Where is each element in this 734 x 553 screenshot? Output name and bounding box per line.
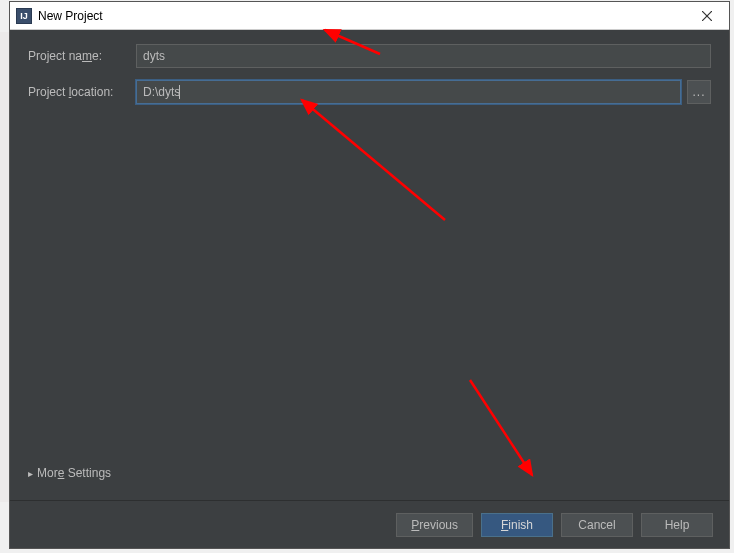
project-location-value: D:\dyts [143, 85, 180, 99]
new-project-dialog: IJ New Project Project name: Project loc… [9, 1, 730, 549]
dialog-footer: Previous Finish Cancel Help [10, 500, 729, 548]
window-title: New Project [38, 9, 685, 23]
more-settings-label: More Settings [37, 466, 111, 480]
project-name-input[interactable] [136, 44, 711, 68]
cancel-button[interactable]: Cancel [561, 513, 633, 537]
project-location-input[interactable]: D:\dyts [136, 80, 681, 104]
titlebar: IJ New Project [10, 2, 729, 30]
app-icon: IJ [16, 8, 32, 24]
close-button[interactable] [685, 2, 729, 30]
project-location-label: Project location: [28, 85, 136, 99]
content-spacer [28, 116, 711, 460]
finish-button[interactable]: Finish [481, 513, 553, 537]
more-settings-toggle[interactable]: ▸ More Settings [28, 466, 711, 480]
project-name-row: Project name: [28, 44, 711, 68]
close-icon [702, 11, 712, 21]
browse-button[interactable]: ... [687, 80, 711, 104]
chevron-right-icon: ▸ [28, 468, 33, 479]
background-strip [0, 32, 9, 502]
text-caret [179, 85, 180, 99]
project-location-row: Project location: D:\dyts ... [28, 80, 711, 104]
previous-button[interactable]: Previous [396, 513, 473, 537]
help-button[interactable]: Help [641, 513, 713, 537]
project-name-label: Project name: [28, 49, 136, 63]
dialog-content: Project name: Project location: D:\dyts … [10, 30, 729, 500]
